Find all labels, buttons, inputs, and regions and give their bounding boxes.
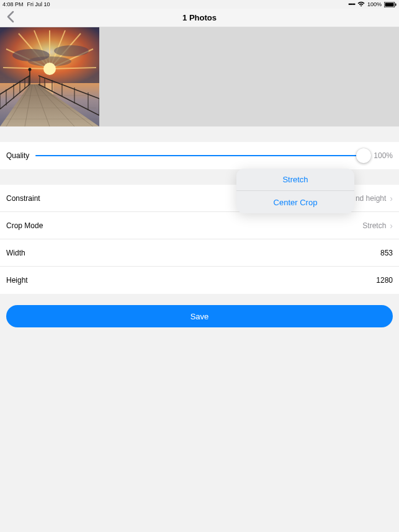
width-row[interactable]: Width 853 xyxy=(0,239,399,267)
status-date: Fri Jul 10 xyxy=(27,1,50,7)
constraint-value: nd height xyxy=(356,194,386,203)
quality-label: Quality xyxy=(6,151,29,160)
height-value: 1280 xyxy=(376,276,393,285)
slider-knob[interactable] xyxy=(356,148,371,163)
svg-point-47 xyxy=(29,68,32,71)
crop-mode-popover: Stretch Center Crop xyxy=(236,169,354,213)
battery-pct: 100% xyxy=(367,1,382,7)
quality-slider[interactable] xyxy=(35,155,364,156)
svg-rect-1 xyxy=(385,2,394,6)
page-title: 1 Photos xyxy=(182,13,217,22)
battery-icon xyxy=(384,2,397,7)
status-bar: 4:08 PM Fri Jul 10 ••••• 100% xyxy=(0,0,399,9)
quality-row: Quality 100% xyxy=(0,142,399,169)
height-row[interactable]: Height 1280 xyxy=(0,267,399,294)
nav-bar: 1 Photos xyxy=(0,9,399,27)
popover-option-center-crop[interactable]: Center Crop xyxy=(236,191,354,213)
wifi-icon xyxy=(357,1,365,8)
quality-percent: 100% xyxy=(374,151,393,160)
svg-point-17 xyxy=(43,63,56,75)
crop-mode-value: Stretch xyxy=(362,221,386,230)
constraint-label: Constraint xyxy=(6,194,40,203)
chevron-right-icon: › xyxy=(390,221,393,231)
svg-point-15 xyxy=(54,45,89,56)
crop-mode-row[interactable]: Crop Mode Stretch › xyxy=(0,212,399,239)
crop-mode-label: Crop Mode xyxy=(6,221,43,230)
svg-rect-2 xyxy=(395,3,397,6)
chevron-right-icon: › xyxy=(390,193,393,203)
photo-strip xyxy=(0,27,399,126)
popover-option-stretch[interactable]: Stretch xyxy=(236,169,354,191)
back-button[interactable] xyxy=(6,11,15,25)
width-value: 853 xyxy=(380,249,393,257)
height-label: Height xyxy=(6,276,28,285)
status-time: 4:08 PM xyxy=(2,1,24,7)
save-button[interactable]: Save xyxy=(6,305,393,327)
width-label: Width xyxy=(6,249,25,257)
photo-thumbnail[interactable] xyxy=(0,27,99,126)
cellular-icon: ••••• xyxy=(348,1,355,7)
